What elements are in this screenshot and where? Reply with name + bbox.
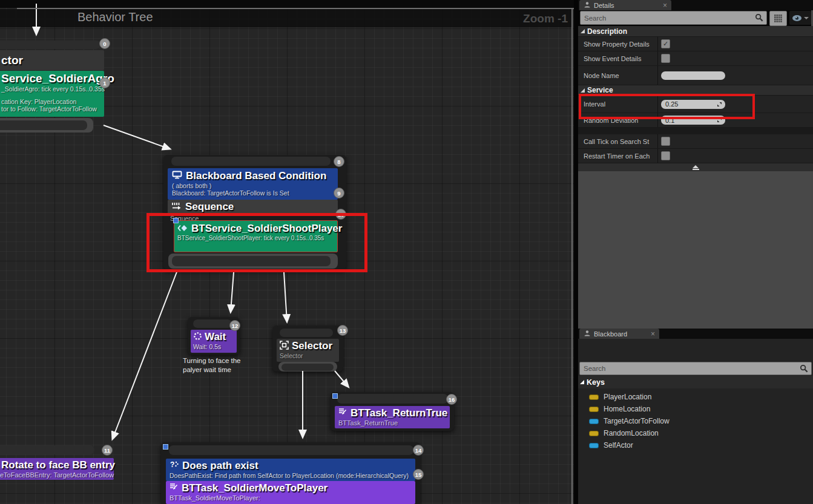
section-description[interactable]: Description — [578, 26, 813, 37]
blackboard-tab-icon — [584, 330, 591, 338]
node-root-selector[interactable]: 0 ctor 1 Service_SoldierAgro _SoldierAgr… — [0, 38, 114, 135]
details-search-box[interactable] — [580, 11, 767, 25]
node-out-pin[interactable] — [281, 364, 334, 371]
object-key-icon — [589, 419, 599, 424]
node-service-soldieragro[interactable]: Service_SoldierAgro _SoldierAgro: tick e… — [0, 71, 104, 117]
node-name-input[interactable] — [661, 71, 725, 80]
tab-blackboard[interactable]: Blackboard × — [579, 329, 659, 339]
search-input[interactable] — [581, 11, 766, 24]
blackboard-tab-bar: Blackboard × — [578, 329, 813, 339]
show-property-details-checkbox[interactable]: ✓ — [661, 39, 670, 48]
zoom-level-label: Zoom -1 — [0, 12, 568, 25]
node-does-path-group[interactable]: 14 ? Does path exist DoesPathExist: Find… — [161, 442, 420, 504]
keys-section-header[interactable]: Keys — [578, 376, 813, 388]
decorator-does-path-exist[interactable]: ? Does path exist DoesPathExist: Find pa… — [166, 459, 415, 481]
sequence-title-bar[interactable]: Sequence — [168, 200, 338, 214]
node-rotate-to-face[interactable]: 11 Rotate to face BB entry eToFaceBBEntr… — [0, 443, 115, 481]
edge-sequence-to-rotate — [113, 270, 177, 439]
field-label: Restart Timer on Each — [578, 149, 658, 163]
tab-blackboard-label: Blackboard — [594, 330, 643, 338]
blackboard-key-selfactor[interactable]: SelfActor — [578, 439, 813, 451]
execution-index-badge: 1 — [99, 77, 110, 88]
blackboard-key-targetactortofollow[interactable]: TargetActorToFollow — [578, 415, 813, 427]
node-in-pin[interactable] — [0, 445, 94, 454]
field-label: Show Property Details — [578, 37, 658, 51]
blackboard-search-box[interactable] — [579, 362, 812, 375]
section-service-label: Service — [587, 86, 613, 94]
service-title: Service_SoldierAgro — [0, 72, 104, 85]
blackboard-key-homelocation[interactable]: HomeLocation — [578, 403, 813, 415]
execution-index-badge: 15 — [413, 469, 424, 480]
field-label: Show Event Details — [578, 51, 658, 65]
restart-timer-checkbox[interactable] — [661, 151, 670, 160]
chevron-down-icon — [804, 17, 809, 19]
vector-key-icon — [589, 407, 599, 412]
section-description-label: Description — [587, 27, 627, 36]
node-out-area — [278, 362, 337, 371]
tab-details[interactable]: Details × — [579, 0, 671, 10]
breakpoint-marker — [332, 393, 338, 399]
object-key-icon — [589, 443, 599, 448]
node-in-pin[interactable] — [169, 445, 413, 455]
key-label: PlayerLocation — [604, 393, 651, 401]
grid-view-icon — [774, 15, 782, 22]
does-path-subtitle: DoesPathExist: Find path from SelfActor … — [170, 472, 415, 479]
behavior-tree-graph[interactable]: Behavior Tree Zoom -1 0 ctor 1 Service_S… — [0, 0, 574, 504]
view-options-button[interactable] — [789, 11, 811, 25]
service-subtitle: _SoldierAgro: tick every 0.15s..0.35s — [0, 85, 104, 93]
rotate-title: Rotate to face BB entry — [1, 459, 114, 471]
expander-arrow — [581, 29, 585, 33]
wait-body[interactable]: Wait Wait: 0.5s — [191, 330, 237, 353]
monitor-icon — [172, 171, 182, 182]
show-event-details-checkbox[interactable] — [661, 54, 670, 63]
key-label: TargetActorToFollow — [604, 417, 670, 425]
property-matrix-button[interactable] — [769, 11, 787, 26]
collapse-eject-icon — [693, 165, 699, 168]
execution-index-badge: 13 — [337, 325, 348, 336]
row-call-tick: Call Tick on Search St — [578, 134, 813, 149]
move-to-player-subtitle: BTTask_SoldierMoveToPlayer: — [170, 494, 415, 502]
execution-index-badge: 12 — [229, 320, 240, 331]
row-node-name: Node Name — [578, 66, 813, 85]
root-selector-title-bar[interactable]: ctor — [0, 50, 104, 70]
collapse-section-button[interactable] — [578, 163, 813, 171]
wait-icon — [193, 332, 202, 343]
node-comment: Turning to face the palyer wait time — [183, 356, 249, 375]
node-selector[interactable]: 13 Selector Selector — [272, 326, 343, 371]
call-tick-checkbox[interactable] — [661, 137, 670, 146]
blackboard-key-playerlocation[interactable]: PlayerLocation — [578, 391, 813, 403]
return-true-subtitle: BTTask_ReturnTrue — [338, 419, 450, 427]
right-panel-area: Details × Description Show Prope — [574, 0, 813, 504]
node-wait[interactable]: 12 Wait Wait: 0.5s — [188, 317, 240, 355]
node-out-pin[interactable] — [0, 120, 87, 130]
node-in-pin[interactable] — [171, 157, 331, 166]
close-icon[interactable]: × — [663, 1, 667, 10]
expander-arrow — [580, 380, 584, 384]
search-input[interactable] — [580, 362, 811, 375]
node-in-pin[interactable] — [280, 329, 333, 337]
graph-border — [17, 8, 574, 9]
selector-title: Selector — [292, 340, 332, 352]
rotate-subtitle: eToFaceBBEntry: TargetActorToFollow — [0, 471, 114, 479]
details-panel: Details × Description Show Prope — [578, 0, 813, 329]
selector-icon — [280, 341, 289, 352]
rotate-body[interactable]: Rotate to face BB entry eToFaceBBEntry: … — [0, 458, 114, 480]
node-in-pin[interactable] — [0, 41, 100, 49]
highlight-box-service — [146, 213, 367, 272]
node-out-area — [0, 118, 93, 133]
details-empty-area — [578, 171, 811, 329]
keys-header-label: Keys — [587, 378, 605, 387]
service-detail: cation Key: PlayerLocation — [0, 98, 104, 105]
node-move-to-player[interactable]: BTTask_SoldierMoveToPlayer BTTask_Soldie… — [166, 481, 415, 504]
key-label: RandomLocation — [604, 429, 659, 437]
decorator-blackboard-condition[interactable]: Blackboard Based Condition ( aborts both… — [168, 168, 338, 200]
blackboard-key-randomlocation[interactable]: RandomLocation — [578, 427, 813, 439]
node-in-pin[interactable] — [193, 319, 232, 328]
node-return-true[interactable]: 16 BTTask_ReturnTrue BTTask_ReturnTrue — [331, 392, 454, 431]
close-icon[interactable]: × — [651, 330, 655, 338]
collapse-eject-icon — [693, 169, 699, 170]
node-in-pin[interactable] — [337, 394, 448, 404]
selector-body[interactable]: Selector Selector — [277, 339, 339, 362]
search-icon — [755, 13, 764, 22]
return-true-body[interactable]: BTTask_ReturnTrue BTTask_ReturnTrue — [335, 406, 450, 428]
